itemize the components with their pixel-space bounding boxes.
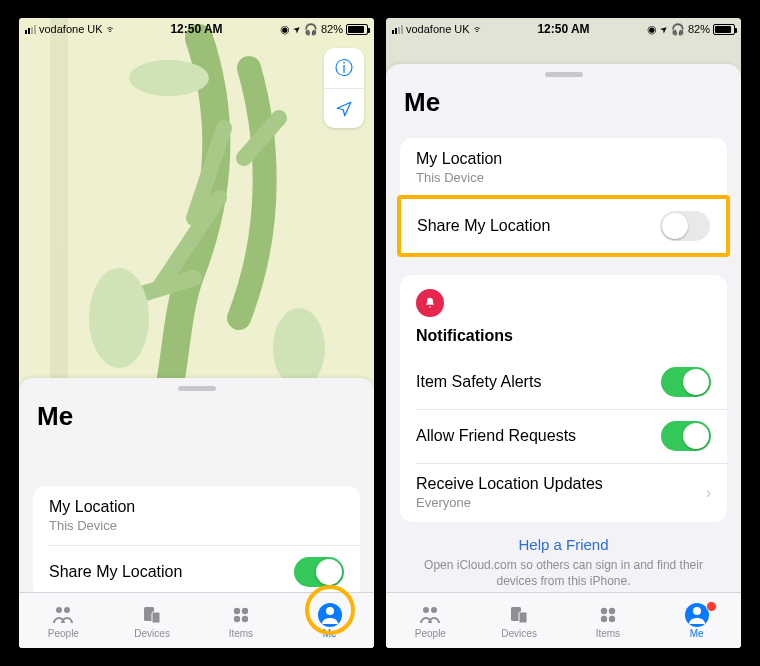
receive-updates-sub: Everyone: [416, 495, 603, 510]
item-safety-row[interactable]: Item Safety Alerts: [400, 355, 727, 409]
tab-devices[interactable]: Devices: [122, 603, 182, 639]
svg-point-20: [609, 615, 615, 621]
share-location-row[interactable]: Share My Location: [401, 199, 726, 253]
tab-label: People: [415, 628, 446, 639]
sheet-grabber[interactable]: [178, 386, 216, 391]
share-location-toggle[interactable]: [660, 211, 710, 241]
my-location-row[interactable]: My Location This Device: [33, 486, 360, 545]
info-icon: ⓘ: [335, 56, 353, 80]
svg-point-10: [234, 615, 240, 621]
help-text: Open iCloud.com so others can sign in an…: [420, 557, 707, 589]
me-sheet-expanded[interactable]: Me My Location This Device Share My Loca…: [386, 64, 741, 648]
share-location-label: Share My Location: [49, 563, 182, 581]
tab-label: Items: [229, 628, 253, 639]
notifications-icon-row: [400, 275, 727, 323]
receive-updates-row[interactable]: Receive Location Updates Everyone ›: [400, 463, 727, 522]
sheet-grabber[interactable]: [545, 72, 583, 77]
locate-button[interactable]: [324, 88, 364, 128]
carrier-label: vodafone UK: [39, 23, 103, 35]
tab-me[interactable]: Me: [667, 603, 727, 639]
map-controls: ⓘ: [324, 48, 364, 128]
my-location-sub: This Device: [416, 170, 502, 185]
highlight-box: Share My Location: [397, 195, 730, 257]
info-button[interactable]: ⓘ: [324, 48, 364, 88]
notifications-card: Notifications Item Safety Alerts Allow F…: [400, 275, 727, 522]
svg-point-14: [431, 607, 437, 613]
clock: 12:50 AM: [170, 22, 222, 36]
wifi-icon: ᯤ: [106, 23, 117, 35]
share-location-toggle[interactable]: [294, 557, 344, 587]
dnd-icon: ◉: [647, 23, 657, 36]
location-card: My Location This Device Share My Locatio…: [400, 138, 727, 257]
tab-devices[interactable]: Devices: [489, 603, 549, 639]
dnd-icon: ◉: [280, 23, 290, 36]
signal-icon: [25, 25, 36, 34]
devices-icon: [139, 603, 165, 627]
location-arrow-icon: ➤: [291, 23, 304, 36]
wifi-icon: ᯤ: [473, 23, 484, 35]
battery-percent: 82%: [321, 23, 343, 35]
svg-point-8: [234, 607, 240, 613]
battery-icon: [346, 24, 368, 35]
svg-point-21: [693, 607, 701, 615]
status-bar: vodafone UK ᯤ 12:50 AM ◉ ➤ 🎧 82%: [19, 18, 374, 40]
person-icon: [318, 603, 342, 627]
tab-label: People: [48, 628, 79, 639]
tab-label: Devices: [134, 628, 170, 639]
phone-right: vodafone UK ᯤ 12:50 AM ◉ ➤ 🎧 82% Me My L…: [386, 18, 741, 648]
svg-point-13: [423, 607, 429, 613]
tab-items[interactable]: Items: [578, 603, 638, 639]
allow-friend-label: Allow Friend Requests: [416, 427, 576, 445]
phone-left: vodafone UK ᯤ 12:50 AM ◉ ➤ 🎧 82% ⓘ Me My…: [19, 18, 374, 648]
headphones-icon: 🎧: [671, 23, 685, 36]
tab-bar: People Devices Items Me: [19, 592, 374, 648]
battery-percent: 82%: [688, 23, 710, 35]
clock: 12:50 AM: [537, 22, 589, 36]
svg-point-19: [601, 615, 607, 621]
sheet-title: Me: [386, 81, 741, 132]
items-icon: [595, 603, 621, 627]
svg-rect-7: [152, 612, 160, 623]
location-card: My Location This Device Share My Locatio…: [33, 486, 360, 599]
chevron-right-icon: ›: [706, 484, 711, 502]
svg-point-18: [609, 607, 615, 613]
svg-point-11: [242, 615, 248, 621]
tab-label: Devices: [501, 628, 537, 639]
tab-people[interactable]: People: [400, 603, 460, 639]
receive-updates-label: Receive Location Updates: [416, 475, 603, 493]
allow-friend-toggle[interactable]: [661, 421, 711, 451]
location-arrow-icon: [335, 100, 353, 118]
items-icon: [228, 603, 254, 627]
my-location-row[interactable]: My Location This Device: [400, 138, 727, 197]
svg-point-12: [326, 607, 334, 615]
tab-label: Me: [323, 628, 337, 639]
tab-people[interactable]: People: [33, 603, 93, 639]
devices-icon: [506, 603, 532, 627]
people-icon: [417, 603, 443, 627]
my-location-label: My Location: [49, 498, 135, 516]
svg-point-1: [129, 60, 209, 96]
my-location-label: My Location: [416, 150, 502, 168]
people-icon: [50, 603, 76, 627]
bell-icon: [416, 289, 444, 317]
tab-bar: People Devices Items Me: [386, 592, 741, 648]
battery-icon: [713, 24, 735, 35]
svg-point-9: [242, 607, 248, 613]
notification-badge: [706, 601, 717, 612]
carrier-label: vodafone UK: [406, 23, 470, 35]
sheet-title: Me: [19, 395, 374, 446]
tab-me[interactable]: Me: [300, 603, 360, 639]
svg-point-5: [64, 607, 70, 613]
tab-label: Me: [690, 628, 704, 639]
svg-point-4: [56, 607, 62, 613]
item-safety-toggle[interactable]: [661, 367, 711, 397]
tab-items[interactable]: Items: [211, 603, 271, 639]
svg-point-2: [89, 268, 149, 368]
help-a-friend-link[interactable]: Help a Friend: [420, 536, 707, 553]
allow-friend-row[interactable]: Allow Friend Requests: [400, 409, 727, 463]
my-location-sub: This Device: [49, 518, 135, 533]
share-location-row[interactable]: Share My Location: [33, 545, 360, 599]
svg-point-17: [601, 607, 607, 613]
status-bar: vodafone UK ᯤ 12:50 AM ◉ ➤ 🎧 82%: [386, 18, 741, 40]
svg-rect-16: [519, 612, 527, 623]
